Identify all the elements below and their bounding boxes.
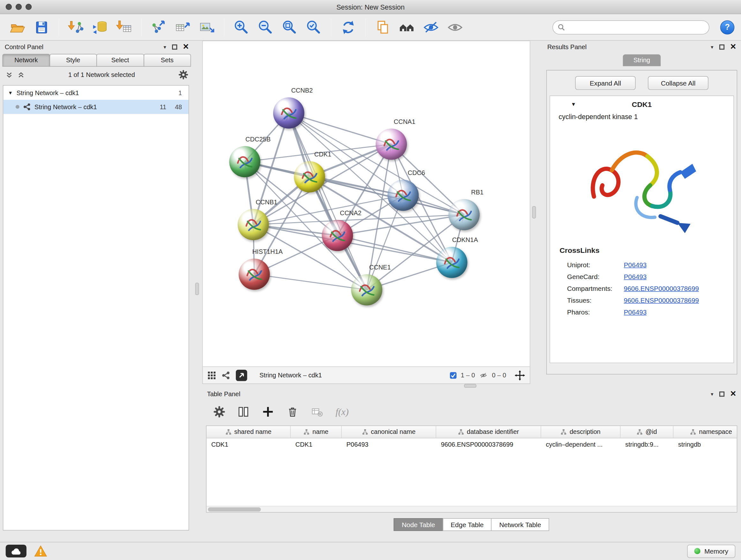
tab-sets[interactable]: Sets <box>143 54 191 67</box>
column-header-@id[interactable]: @id <box>620 426 673 438</box>
column-header-namespace[interactable]: namespace <box>673 426 737 438</box>
apply-layout-button[interactable] <box>337 16 359 38</box>
zoom-in-button[interactable] <box>231 16 253 38</box>
selection-indicators: 1 – 0 0 – 0 <box>449 370 525 381</box>
network-edge-CCNE1-HIST1H1A[interactable] <box>254 274 367 290</box>
panel-menu-icon[interactable]: ▾ <box>711 44 713 50</box>
column-header-shared-name[interactable]: shared name <box>206 426 291 438</box>
table-settings-gear-icon[interactable] <box>213 406 225 418</box>
cloud-button[interactable] <box>6 545 26 557</box>
network-edge-CCNB2-CCNE1[interactable] <box>289 113 367 290</box>
panel-menu-icon[interactable]: ▾ <box>711 391 713 397</box>
panel-close-icon[interactable]: ✕ <box>183 43 189 51</box>
panel-close-icon[interactable]: ✕ <box>730 390 736 398</box>
table-cell: cyclin–dependent ... <box>541 438 621 451</box>
network-node-CDC6[interactable] <box>387 180 419 211</box>
tab-edge-table[interactable]: Edge Table <box>443 518 492 531</box>
warning-icon[interactable] <box>34 545 47 557</box>
delete-table-icon-disabled <box>311 406 323 418</box>
export-image-icon <box>199 18 215 36</box>
crosslink-link[interactable]: P06493 <box>624 261 647 268</box>
crosshair-icon[interactable] <box>515 370 525 381</box>
import-network-file-button[interactable] <box>65 16 87 38</box>
network-node-CCNA1[interactable] <box>376 129 407 160</box>
export-network-button[interactable] <box>148 16 170 38</box>
network-canvas[interactable]: CCNB2CCNA1CDC25BCDK1CDC6RB1CCNB1CCNA2CDK… <box>202 41 530 367</box>
zoom-selected-button[interactable] <box>303 16 325 38</box>
gene-collapse-icon[interactable]: ▼ <box>571 101 576 107</box>
snapshot-button[interactable] <box>372 16 394 38</box>
left-splitter-handle[interactable] <box>195 283 199 295</box>
network-node-CCNB2[interactable] <box>273 98 305 129</box>
expand-all-icon[interactable] <box>17 71 24 78</box>
panel-menu-icon[interactable]: ▾ <box>163 44 166 50</box>
tab-select[interactable]: Select <box>96 54 144 67</box>
network-edge-CCNB2-CCNA1[interactable] <box>289 113 391 144</box>
tab-network-table[interactable]: Network Table <box>491 518 549 531</box>
panel-close-icon[interactable]: ✕ <box>730 43 736 51</box>
tab-style[interactable]: Style <box>50 54 97 67</box>
crosslinks-section: CrossLinks Uniprot:P06493GeneCard:P06493… <box>550 242 734 318</box>
save-session-button[interactable] <box>30 16 52 38</box>
show-graphics-button[interactable] <box>444 16 466 38</box>
scrollbar-thumb[interactable] <box>208 507 261 511</box>
network-node-CDKN1A[interactable] <box>436 247 468 278</box>
zoom-fit-button[interactable] <box>279 16 300 38</box>
network-collection-row[interactable]: ▼ String Network – cdk1 1 <box>3 85 189 100</box>
delete-column-trash-icon[interactable] <box>286 406 299 418</box>
crosslink-link[interactable]: 9606.ENSP00000378699 <box>624 285 699 292</box>
import-network-database-button[interactable] <box>89 16 111 38</box>
crosslink-link[interactable]: P06493 <box>624 273 647 280</box>
zoom-out-button[interactable] <box>255 16 276 38</box>
annotation-mode-button[interactable] <box>236 369 247 381</box>
network-node-CDK1[interactable] <box>294 161 325 192</box>
network-node-CCNA2[interactable] <box>322 220 353 251</box>
selected-checkbox-icon[interactable] <box>449 371 457 379</box>
right-splitter-handle[interactable] <box>532 206 536 219</box>
column-header-canonical-name[interactable]: canonical name <box>342 426 436 438</box>
export-image-button[interactable] <box>196 16 218 38</box>
crosslink-link[interactable]: P06493 <box>624 308 647 316</box>
network-row-selected[interactable]: String Network – cdk1 11 48 <box>3 100 189 114</box>
search-input[interactable] <box>569 23 704 30</box>
gene-card-header[interactable]: ▼ CDK1 <box>550 96 734 113</box>
export-table-button[interactable] <box>172 16 194 38</box>
collection-expand-icon[interactable]: ▼ <box>8 90 13 95</box>
help-button[interactable]: ? <box>720 20 734 34</box>
column-header-description[interactable]: description <box>541 426 621 438</box>
collapse-all-button[interactable]: Collapse All <box>648 76 709 90</box>
column-header-database-identifier[interactable]: database identifier <box>436 426 541 438</box>
network-node-CCNB1[interactable] <box>238 209 269 240</box>
show-columns-icon[interactable] <box>237 406 250 418</box>
first-neighbors-button[interactable] <box>396 16 418 38</box>
hidden-eye-icon[interactable] <box>479 371 488 379</box>
column-header-name[interactable]: name <box>291 426 342 438</box>
table-header-row: shared namenamecanonical namedatabase id… <box>206 426 737 438</box>
grid-mode-icon[interactable] <box>207 371 216 380</box>
horizontal-scrollbar[interactable] <box>206 506 737 512</box>
network-node-CDC25B[interactable] <box>229 146 260 178</box>
birdseye-view-icon[interactable] <box>222 371 230 380</box>
network-node-RB1[interactable] <box>448 199 480 230</box>
import-table-button[interactable] <box>113 16 135 38</box>
network-node-HIST1H1A[interactable] <box>239 259 270 290</box>
tab-node-table[interactable]: Node Table <box>394 518 443 531</box>
open-file-button[interactable] <box>7 16 28 38</box>
gear-icon[interactable] <box>179 70 188 79</box>
tab-string[interactable]: String <box>623 54 661 66</box>
panel-float-icon[interactable] <box>172 44 177 49</box>
bottom-splitter-handle[interactable] <box>464 384 476 388</box>
expand-all-button[interactable]: Expand All <box>575 76 636 90</box>
protein-thumbnail <box>276 100 301 126</box>
network-node-CCNE1[interactable] <box>351 274 382 306</box>
table-row[interactable]: CDK1CDK1P064939606.ENSP00000378699cyclin… <box>206 438 737 451</box>
memory-button[interactable]: Memory <box>687 544 735 557</box>
add-column-plus-icon[interactable] <box>262 406 274 418</box>
collapse-all-icon[interactable] <box>6 71 13 78</box>
crosslink-link[interactable]: 9606.ENSP00000378699 <box>624 296 699 304</box>
panel-float-icon[interactable] <box>719 44 724 49</box>
panel-float-icon[interactable] <box>719 391 724 396</box>
tab-network[interactable]: Network <box>2 54 50 67</box>
hide-graphics-button[interactable] <box>420 16 442 38</box>
edge-count: 48 <box>175 104 182 111</box>
